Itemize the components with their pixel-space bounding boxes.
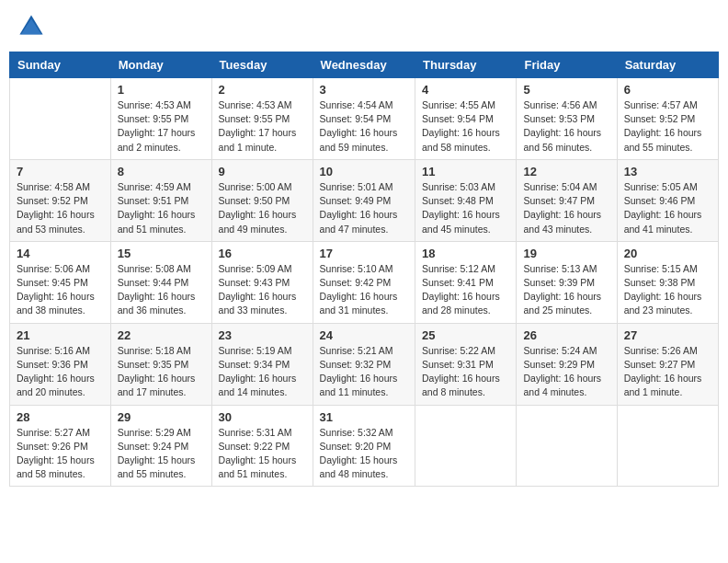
column-header-sunday: Sunday: [10, 52, 111, 78]
calendar-cell: [10, 78, 111, 160]
day-number: 25: [422, 328, 509, 342]
day-info: Sunrise: 5:22 AM Sunset: 9:31 PM Dayligh…: [422, 344, 509, 400]
day-number: 1: [118, 83, 205, 97]
column-header-wednesday: Wednesday: [313, 52, 415, 78]
calendar-cell: 30Sunrise: 5:31 AM Sunset: 9:22 PM Dayli…: [211, 405, 313, 487]
calendar-cell: 18Sunrise: 5:12 AM Sunset: 9:41 PM Dayli…: [415, 241, 517, 323]
day-info: Sunrise: 5:29 AM Sunset: 9:24 PM Dayligh…: [118, 426, 205, 482]
day-number: 12: [523, 165, 609, 178]
calendar-cell: 14Sunrise: 5:06 AM Sunset: 9:45 PM Dayli…: [10, 241, 111, 323]
day-info: Sunrise: 4:55 AM Sunset: 9:54 PM Dayligh…: [422, 98, 509, 155]
day-info: Sunrise: 5:05 AM Sunset: 9:46 PM Dayligh…: [624, 180, 711, 236]
day-info: Sunrise: 5:04 AM Sunset: 9:47 PM Dayligh…: [523, 180, 609, 236]
day-number: 17: [320, 247, 408, 260]
day-number: 10: [320, 165, 408, 178]
day-info: Sunrise: 5:01 AM Sunset: 9:49 PM Dayligh…: [320, 180, 408, 236]
day-info: Sunrise: 5:15 AM Sunset: 9:38 PM Dayligh…: [624, 262, 711, 318]
day-info: Sunrise: 4:58 AM Sunset: 9:52 PM Dayligh…: [17, 180, 104, 236]
day-number: 20: [624, 247, 711, 260]
calendar-cell: [617, 405, 718, 487]
column-header-monday: Monday: [110, 52, 211, 78]
day-number: 11: [422, 165, 509, 178]
calendar-cell: 6Sunrise: 4:57 AM Sunset: 9:52 PM Daylig…: [617, 78, 718, 160]
day-info: Sunrise: 5:16 AM Sunset: 9:36 PM Dayligh…: [17, 344, 104, 400]
calendar-cell: 8Sunrise: 4:59 AM Sunset: 9:51 PM Daylig…: [110, 159, 211, 241]
day-number: 13: [624, 165, 711, 178]
calendar-cell: 22Sunrise: 5:18 AM Sunset: 9:35 PM Dayli…: [110, 323, 211, 405]
day-info: Sunrise: 4:53 AM Sunset: 9:55 PM Dayligh…: [219, 98, 306, 155]
day-info: Sunrise: 5:13 AM Sunset: 9:39 PM Dayligh…: [523, 262, 609, 318]
day-number: 19: [523, 247, 609, 260]
day-info: Sunrise: 5:12 AM Sunset: 9:41 PM Dayligh…: [422, 262, 509, 318]
day-info: Sunrise: 5:19 AM Sunset: 9:34 PM Dayligh…: [219, 344, 306, 400]
day-number: 26: [523, 328, 609, 342]
day-info: Sunrise: 4:59 AM Sunset: 9:51 PM Dayligh…: [118, 180, 205, 236]
calendar-week-row: 21Sunrise: 5:16 AM Sunset: 9:36 PM Dayli…: [10, 323, 719, 405]
day-number: 8: [118, 165, 205, 178]
day-number: 14: [17, 247, 104, 260]
calendar-cell: [517, 405, 617, 487]
day-number: 5: [523, 83, 609, 97]
day-info: Sunrise: 5:09 AM Sunset: 9:43 PM Dayligh…: [219, 262, 306, 318]
calendar-cell: 19Sunrise: 5:13 AM Sunset: 9:39 PM Dayli…: [517, 241, 617, 323]
day-info: Sunrise: 5:26 AM Sunset: 9:27 PM Dayligh…: [624, 344, 711, 400]
day-number: 2: [219, 83, 306, 97]
day-info: Sunrise: 5:27 AM Sunset: 9:26 PM Dayligh…: [17, 426, 104, 482]
day-info: Sunrise: 5:18 AM Sunset: 9:35 PM Dayligh…: [118, 344, 205, 400]
svg-marker-1: [21, 19, 41, 35]
day-number: 31: [320, 410, 408, 424]
calendar-cell: 16Sunrise: 5:09 AM Sunset: 9:43 PM Dayli…: [211, 241, 313, 323]
column-header-thursday: Thursday: [415, 52, 517, 78]
day-number: 30: [219, 410, 306, 424]
day-number: 29: [118, 410, 205, 424]
day-info: Sunrise: 5:03 AM Sunset: 9:48 PM Dayligh…: [422, 180, 509, 236]
page-header: [9, 9, 719, 44]
calendar-cell: 7Sunrise: 4:58 AM Sunset: 9:52 PM Daylig…: [10, 159, 111, 241]
calendar-cell: 9Sunrise: 5:00 AM Sunset: 9:50 PM Daylig…: [211, 159, 313, 241]
calendar-cell: 27Sunrise: 5:26 AM Sunset: 9:27 PM Dayli…: [617, 323, 718, 405]
day-info: Sunrise: 5:08 AM Sunset: 9:44 PM Dayligh…: [118, 262, 205, 318]
column-header-saturday: Saturday: [617, 52, 718, 78]
day-info: Sunrise: 4:56 AM Sunset: 9:53 PM Dayligh…: [523, 98, 609, 155]
day-info: Sunrise: 5:21 AM Sunset: 9:32 PM Dayligh…: [320, 344, 408, 400]
day-info: Sunrise: 4:54 AM Sunset: 9:54 PM Dayligh…: [320, 98, 408, 155]
day-number: 24: [320, 328, 408, 342]
calendar-cell: 21Sunrise: 5:16 AM Sunset: 9:36 PM Dayli…: [10, 323, 111, 405]
calendar-cell: 17Sunrise: 5:10 AM Sunset: 9:42 PM Dayli…: [313, 241, 415, 323]
calendar-cell: 13Sunrise: 5:05 AM Sunset: 9:46 PM Dayli…: [617, 159, 718, 241]
day-number: 7: [17, 165, 104, 178]
day-info: Sunrise: 5:32 AM Sunset: 9:20 PM Dayligh…: [320, 426, 408, 482]
day-info: Sunrise: 5:24 AM Sunset: 9:29 PM Dayligh…: [523, 344, 609, 400]
day-number: 16: [219, 247, 306, 260]
calendar-cell: 29Sunrise: 5:29 AM Sunset: 9:24 PM Dayli…: [110, 405, 211, 487]
calendar-cell: 2Sunrise: 4:53 AM Sunset: 9:55 PM Daylig…: [211, 78, 313, 160]
column-header-friday: Friday: [517, 52, 617, 78]
day-info: Sunrise: 5:06 AM Sunset: 9:45 PM Dayligh…: [17, 262, 104, 318]
column-header-tuesday: Tuesday: [211, 52, 313, 78]
calendar-cell: 4Sunrise: 4:55 AM Sunset: 9:54 PM Daylig…: [415, 78, 517, 160]
calendar-cell: 24Sunrise: 5:21 AM Sunset: 9:32 PM Dayli…: [313, 323, 415, 405]
calendar-cell: 5Sunrise: 4:56 AM Sunset: 9:53 PM Daylig…: [517, 78, 617, 160]
day-number: 3: [320, 83, 408, 97]
calendar-week-row: 1Sunrise: 4:53 AM Sunset: 9:55 PM Daylig…: [10, 78, 719, 160]
day-number: 22: [118, 328, 205, 342]
day-number: 21: [17, 328, 104, 342]
day-number: 4: [422, 83, 509, 97]
day-number: 6: [624, 83, 711, 97]
day-number: 15: [118, 247, 205, 260]
calendar-cell: 25Sunrise: 5:22 AM Sunset: 9:31 PM Dayli…: [415, 323, 517, 405]
calendar-cell: 31Sunrise: 5:32 AM Sunset: 9:20 PM Dayli…: [313, 405, 415, 487]
calendar-cell: 23Sunrise: 5:19 AM Sunset: 9:34 PM Dayli…: [211, 323, 313, 405]
calendar-cell: 12Sunrise: 5:04 AM Sunset: 9:47 PM Dayli…: [517, 159, 617, 241]
calendar-cell: 3Sunrise: 4:54 AM Sunset: 9:54 PM Daylig…: [313, 78, 415, 160]
calendar-cell: 11Sunrise: 5:03 AM Sunset: 9:48 PM Dayli…: [415, 159, 517, 241]
day-info: Sunrise: 5:10 AM Sunset: 9:42 PM Dayligh…: [320, 262, 408, 318]
day-number: 9: [219, 165, 306, 178]
logo: [18, 14, 48, 40]
day-info: Sunrise: 5:00 AM Sunset: 9:50 PM Dayligh…: [219, 180, 306, 236]
calendar-table: SundayMondayTuesdayWednesdayThursdayFrid…: [9, 52, 719, 487]
day-info: Sunrise: 5:31 AM Sunset: 9:22 PM Dayligh…: [219, 426, 306, 482]
calendar-cell: 20Sunrise: 5:15 AM Sunset: 9:38 PM Dayli…: [617, 241, 718, 323]
logo-icon: [18, 14, 44, 40]
calendar-cell: [415, 405, 517, 487]
